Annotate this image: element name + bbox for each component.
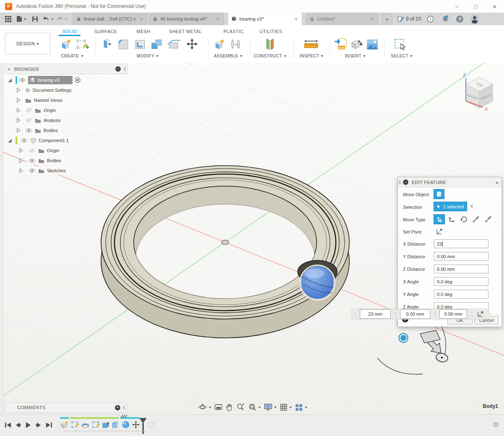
- fillet-icon[interactable]: [117, 37, 130, 52]
- timeline-settings-gear-icon[interactable]: ⚙: [491, 420, 501, 430]
- tree-node[interactable]: Origin: [27, 146, 62, 155]
- press-pull-icon[interactable]: [101, 37, 114, 52]
- eye-visible-icon[interactable]: [29, 158, 36, 163]
- redo-button[interactable]: [56, 14, 67, 24]
- browser-item-component1[interactable]: Component1:1: [3, 136, 72, 145]
- new-tab-button[interactable]: +: [382, 13, 392, 24]
- root-node[interactable]: bearing v3: [28, 76, 73, 84]
- tree-node[interactable]: Component1:1: [19, 136, 72, 145]
- timeline-feature-suppressed[interactable]: [147, 420, 156, 429]
- history-clock-icon[interactable]: [425, 13, 436, 24]
- timeline-feature-fillet[interactable]: [111, 420, 120, 429]
- browser-item-origin[interactable]: Origin: [3, 106, 59, 114]
- node-label[interactable]: Sketches: [47, 168, 66, 173]
- node-label[interactable]: Origin: [47, 148, 59, 153]
- z-distance-input[interactable]: 0.00 mm: [434, 265, 488, 273]
- browser-header[interactable]: « BROWSER − ‖: [4, 64, 128, 74]
- group-label-insert[interactable]: INSERT: [339, 53, 372, 59]
- collapse-icon[interactable]: [18, 148, 23, 153]
- timeline-step-forward-button[interactable]: [34, 420, 43, 430]
- node-label[interactable]: Document Settings: [33, 88, 72, 93]
- comments-grip[interactable]: ‖: [123, 405, 125, 410]
- timeline-feature-revolve[interactable]: [81, 420, 90, 429]
- ribbon-tab-utilities[interactable]: UTILITIES: [255, 27, 287, 36]
- zoom-icon[interactable]: [236, 403, 245, 411]
- browser-hide-icon[interactable]: −: [115, 66, 121, 72]
- orbit-icon[interactable]: [198, 403, 211, 411]
- group-label-inspect[interactable]: INSPECT: [294, 53, 329, 59]
- ribbon-tab-plastic[interactable]: PLASTIC: [219, 27, 248, 36]
- design-menu-button[interactable]: DESIGN: [5, 33, 50, 54]
- tab-close-icon[interactable]: ×: [294, 16, 299, 22]
- browser-item-named-views[interactable]: Named Views: [3, 96, 66, 104]
- browser-collapse-icon[interactable]: «: [8, 66, 10, 72]
- browser-item-comp-bodies[interactable]: Bodies: [3, 156, 65, 165]
- node-label[interactable]: Component1:1: [39, 138, 69, 143]
- joint-icon[interactable]: [229, 37, 242, 52]
- drag-handle-icon[interactable]: ⋮: [393, 311, 397, 317]
- clear-selection-icon[interactable]: ×: [470, 203, 473, 210]
- collapse-icon[interactable]: [16, 108, 21, 113]
- eye-hidden-icon[interactable]: [25, 118, 32, 123]
- set-pivot-button[interactable]: [434, 226, 444, 236]
- notifications-bell-icon[interactable]: [440, 13, 451, 24]
- move-type-rotate-button[interactable]: [458, 214, 469, 224]
- move-type-free-button[interactable]: [434, 214, 445, 224]
- dialog-grip[interactable]: ‖: [399, 179, 401, 185]
- tree-node[interactable]: Named Views: [23, 96, 66, 104]
- move-type-point-to-point-button[interactable]: [470, 214, 481, 224]
- minimize-button[interactable]: –: [447, 0, 466, 13]
- close-button[interactable]: ×: [485, 0, 504, 13]
- group-label-modify[interactable]: MODIFY: [131, 53, 164, 59]
- browser-item-document-settings[interactable]: ⚙ Document Settings: [3, 86, 75, 94]
- look-at-icon[interactable]: [214, 403, 223, 411]
- create-sketch-icon[interactable]: [75, 37, 89, 52]
- tab-close-icon[interactable]: ×: [215, 16, 220, 22]
- expand-icon[interactable]: [7, 77, 13, 83]
- file-menu-button[interactable]: [16, 14, 27, 24]
- viewport-3d[interactable]: TOP FRONT RIGHT Z X « BROWSER − ‖ be: [0, 63, 504, 414]
- bar-grip-icon[interactable]: ⋮: [353, 311, 357, 317]
- timeline-go-to-end-button[interactable]: [44, 420, 54, 430]
- tab-untitled[interactable]: Untitled* ×: [306, 13, 378, 25]
- pivot-icon[interactable]: [476, 310, 484, 318]
- browser-item-root[interactable]: bearing v3: [3, 76, 81, 84]
- maximize-button[interactable]: □: [466, 0, 485, 13]
- collapse-icon[interactable]: [18, 168, 23, 173]
- group-label-assemble[interactable]: ASSEMBLE: [209, 53, 247, 59]
- node-label[interactable]: bearing v3: [38, 78, 59, 83]
- tab-close-icon[interactable]: ×: [139, 16, 144, 22]
- timeline-go-to-start-button[interactable]: [3, 420, 13, 430]
- timeline-feature-sketch2[interactable]: [91, 420, 100, 429]
- group-label-construct[interactable]: CONSTRUCT: [250, 53, 290, 59]
- y-distance-input[interactable]: 0.00 mm: [434, 252, 488, 261]
- insert-svg-icon[interactable]: SVG: [334, 37, 347, 52]
- dialog-expand-icon[interactable]: »: [496, 180, 498, 185]
- move-copy-icon[interactable]: [185, 37, 199, 52]
- collapse-icon[interactable]: [16, 128, 21, 133]
- selection-button[interactable]: 1 selected: [434, 202, 467, 211]
- node-label[interactable]: Named Views: [34, 98, 62, 103]
- move-type-point-to-position-button[interactable]: [482, 214, 494, 224]
- job-status[interactable]: 9 of 10: [397, 16, 421, 22]
- group-label-create[interactable]: CREATE: [55, 53, 89, 59]
- shell-icon[interactable]: [133, 37, 147, 52]
- drag-handle-icon[interactable]: ⋮: [433, 311, 437, 317]
- tab-bearing-v3[interactable]: bearing v3* ×: [228, 13, 302, 25]
- timeline-step-back-button[interactable]: [13, 420, 23, 430]
- split-body-icon[interactable]: [167, 37, 180, 52]
- group-label-select[interactable]: SELECT: [386, 53, 418, 59]
- dialog-header[interactable]: ‖ − EDIT FEATURE »: [398, 177, 501, 187]
- measure-icon[interactable]: [303, 37, 320, 52]
- ribbon-tab-solid[interactable]: SOLID: [59, 27, 81, 36]
- combine-icon[interactable]: [150, 37, 164, 52]
- plane-handle[interactable]: [420, 330, 440, 343]
- selected-ball[interactable]: [300, 265, 335, 300]
- save-button[interactable]: [29, 14, 40, 24]
- add-comment-icon[interactable]: +: [115, 405, 120, 410]
- insert-derive-icon[interactable]: [350, 37, 363, 52]
- help-icon[interactable]: ?: [455, 13, 465, 24]
- node-label[interactable]: Bodies: [47, 158, 61, 163]
- insert-canvas-icon[interactable]: [366, 37, 379, 52]
- undo-button[interactable]: [43, 14, 54, 24]
